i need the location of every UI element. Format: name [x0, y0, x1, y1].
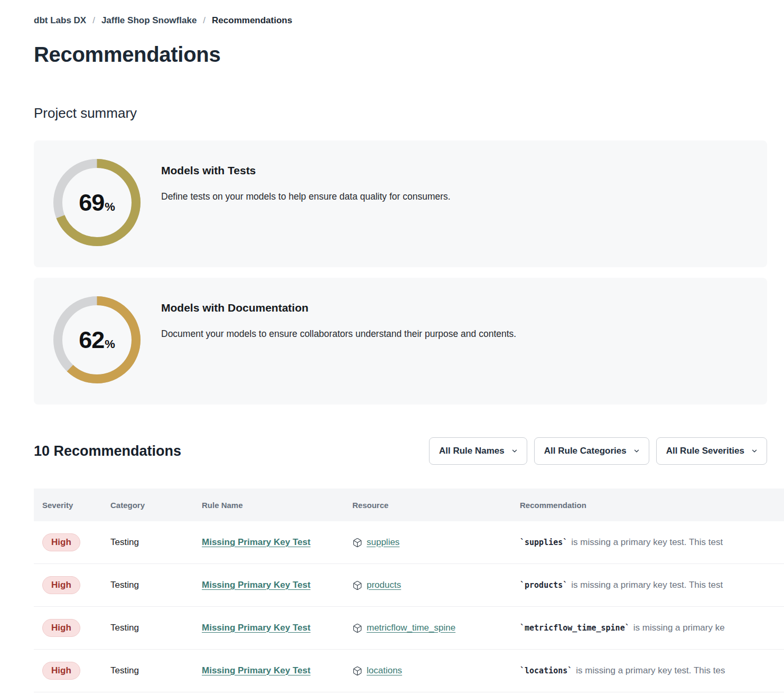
recommendation-code: `metricflow_time_spine` — [520, 623, 630, 633]
column-header-category: Category — [110, 501, 202, 510]
column-header-resource: Resource — [352, 501, 520, 510]
recommendation-code: `supplies` — [520, 538, 567, 547]
recommendation-text: is missing a primary ke — [633, 623, 725, 633]
percent-value: 69 — [79, 189, 104, 217]
table-header: Severity Category Rule Name Resource Rec… — [34, 489, 784, 521]
recommendation-text: is missing a primary key test. This test — [571, 537, 723, 547]
resource-cell: metricflow_time_spine — [352, 623, 520, 633]
card-title: Models with Documentation — [161, 302, 516, 314]
recommendation-cell: `metricflow_time_spine`is missing a prim… — [520, 623, 784, 633]
resource-cell: supplies — [352, 537, 520, 548]
resource-cell: products — [352, 580, 520, 590]
column-header-severity: Severity — [42, 501, 110, 510]
filters: All Rule Names All Rule Categories All R… — [429, 437, 767, 465]
card-title: Models with Tests — [161, 164, 451, 177]
card-description: Document your models to ensure collabora… — [161, 328, 516, 340]
recommendations-header: 10 Recommendations All Rule Names All Ru… — [34, 437, 767, 465]
donut-chart-tests: 69 % — [53, 159, 141, 246]
model-cube-icon — [352, 538, 362, 548]
severity-badge: High — [42, 619, 80, 637]
resource-link[interactable]: locations — [367, 665, 402, 676]
filter-label: All Rule Categories — [544, 446, 627, 456]
model-cube-icon — [352, 580, 362, 590]
chevron-down-icon — [633, 447, 640, 455]
resource-cell: locations — [352, 665, 520, 676]
recommendation-code: `locations` — [520, 666, 572, 675]
recommendation-cell: `locations`is missing a primary key test… — [520, 665, 784, 676]
project-summary-heading: Project summary — [34, 105, 784, 121]
chevron-down-icon — [751, 447, 758, 455]
column-header-recommendation: Recommendation — [520, 501, 784, 510]
breadcrumb-separator: / — [92, 15, 95, 26]
model-cube-icon — [352, 623, 362, 633]
filter-rule-names-dropdown[interactable]: All Rule Names — [429, 437, 527, 465]
recommendation-text: is missing a primary key test. This test — [571, 580, 723, 590]
filter-label: All Rule Severities — [666, 446, 744, 456]
recommendation-code: `products` — [520, 580, 567, 590]
recommendation-cell: `products`is missing a primary key test.… — [520, 580, 784, 590]
percent-sign: % — [105, 337, 115, 351]
table-row: High Testing Missing Primary Key Test me… — [34, 607, 784, 650]
severity-badge: High — [42, 533, 80, 551]
table-row: High Testing Missing Primary Key Test su… — [34, 521, 784, 564]
percent-sign: % — [105, 200, 115, 214]
rule-name-link[interactable]: Missing Primary Key Test — [202, 623, 311, 633]
resource-link[interactable]: metricflow_time_spine — [367, 623, 455, 633]
filter-label: All Rule Names — [439, 446, 505, 456]
card-description: Define tests on your models to help ensu… — [161, 191, 451, 202]
table-row: High Testing Missing Primary Key Test lo… — [34, 650, 784, 692]
page-title: Recommendations — [34, 41, 784, 68]
percent-value: 62 — [79, 326, 104, 354]
table-row: High Testing Missing Primary Key Test pr… — [34, 564, 784, 607]
severity-badge: High — [42, 576, 80, 594]
category-cell: Testing — [110, 665, 202, 676]
category-cell: Testing — [110, 537, 202, 548]
column-header-rule-name: Rule Name — [202, 501, 352, 510]
category-cell: Testing — [110, 580, 202, 590]
summary-card-tests: 69 % Models with Tests Define tests on y… — [34, 140, 767, 267]
recommendations-page: dbt Labs DX / Jaffle Shop Snowflake / Re… — [0, 0, 784, 695]
recommendation-cell: `supplies`is missing a primary key test.… — [520, 537, 784, 548]
donut-percent-label: 62 % — [53, 296, 141, 383]
rule-name-link[interactable]: Missing Primary Key Test — [202, 665, 311, 675]
breadcrumb-package-link[interactable]: Jaffle Shop Snowflake — [101, 15, 197, 26]
resource-link[interactable]: products — [367, 580, 401, 590]
breadcrumb-separator: / — [203, 15, 206, 26]
donut-percent-label: 69 % — [53, 159, 141, 246]
chevron-down-icon — [511, 447, 518, 455]
filter-rule-categories-dropdown[interactable]: All Rule Categories — [534, 437, 649, 465]
filter-rule-severities-dropdown[interactable]: All Rule Severities — [656, 437, 767, 465]
recommendations-count-heading: 10 Recommendations — [34, 443, 181, 459]
severity-badge: High — [42, 662, 80, 680]
recommendation-text: is missing a primary key test. This tes — [576, 665, 725, 675]
breadcrumb-current: Recommendations — [212, 15, 292, 26]
model-cube-icon — [352, 666, 362, 676]
breadcrumb: dbt Labs DX / Jaffle Shop Snowflake / Re… — [34, 15, 784, 26]
table-body: High Testing Missing Primary Key Test su… — [34, 521, 784, 692]
category-cell: Testing — [110, 623, 202, 633]
rule-name-link[interactable]: Missing Primary Key Test — [202, 580, 311, 590]
rule-name-link[interactable]: Missing Primary Key Test — [202, 537, 311, 547]
breadcrumb-project-link[interactable]: dbt Labs DX — [34, 15, 86, 26]
recommendations-table: Severity Category Rule Name Resource Rec… — [34, 489, 784, 692]
donut-chart-documentation: 62 % — [53, 296, 141, 383]
resource-link[interactable]: supplies — [367, 537, 399, 548]
summary-card-documentation: 62 % Models with Documentation Document … — [34, 278, 767, 405]
